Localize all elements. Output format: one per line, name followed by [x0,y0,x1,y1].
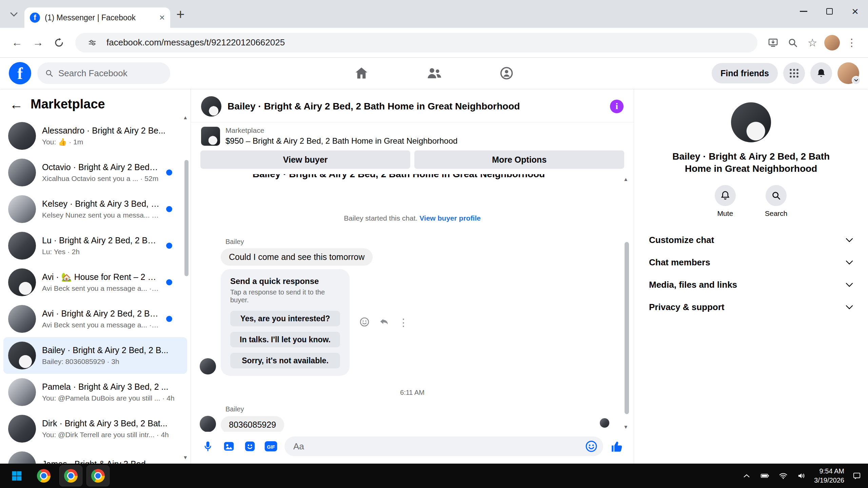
volume-icon[interactable] [796,470,807,482]
sidebar-scroll-up-icon[interactable]: ▲ [183,115,188,120]
tab-search-button[interactable] [6,7,22,22]
window-minimize-button[interactable] [791,0,816,22]
window-close-button[interactable]: × [842,0,868,22]
groups-icon[interactable] [496,62,517,84]
chat-list-item[interactable]: Lu · Bright & Airy 2 Bed, 2 Bat... Lu: Y… [3,227,187,264]
chat-scroll-up-icon[interactable]: ▲ [623,176,628,182]
sender-avatar[interactable] [200,358,216,374]
chat-list: Alessandro · Bright & Airy 2 Be... You: … [0,116,191,464]
chat-list-item-selected[interactable]: Bailey · Bright & Airy 2 Bed, 2 B... Bai… [3,337,187,374]
new-tab-button[interactable]: + [176,7,185,22]
section-customize-chat[interactable]: Customize chat [644,229,859,251]
thumbs-up-icon[interactable] [609,439,624,454]
chat-list-item[interactable]: Pamela · Bright & Airy 3 Bed, 2 ... You:… [3,374,187,410]
facebook-search-input[interactable]: Search Facebook [37,62,170,84]
chat-avatar [8,232,36,260]
messages-viewport: Bailey · Bright & Airy 2 Bed, 2 Bath Hom… [191,174,634,432]
chat-item-title: Alessandro · Bright & Airy 2 Be... [42,126,182,136]
tray-expand-icon[interactable] [741,470,752,482]
listing-title: $950 – Bright & Airy 2 Bed, 2 Bath Home … [225,136,457,146]
chrome-taskbar-icon-active[interactable] [87,466,109,486]
chat-list-item[interactable]: Alessandro · Bright & Airy 2 Be... You: … [3,118,187,154]
sidebar-scroll-down-icon[interactable]: ▼ [183,454,188,460]
search-chat-icon[interactable] [766,185,787,206]
taskbar-clock[interactable]: 9:54 AM 3/19/2026 [814,467,844,485]
quick-response-panel: Send a quick response Tap a response to … [221,269,350,376]
facebook-header-actions: Find friends [712,62,859,84]
quick-response-option[interactable]: Sorry, it's not available. [230,353,340,368]
search-action[interactable]: Search [765,185,788,218]
chat-list-item[interactable]: Avi · Bright & Airy 2 Bed, 2 Ba... Avi B… [3,301,187,337]
emoji-picker-icon[interactable] [584,439,598,453]
window-maximize-button[interactable] [816,0,842,22]
mute-bell-icon[interactable] [715,185,736,206]
more-actions-icon[interactable]: ⋮ [398,318,409,328]
quick-response-option[interactable]: Yes, are you interested? [230,311,340,326]
chat-list-item[interactable]: James · Bright & Airy 3 Bed, ... [3,447,187,464]
sender-name: Bailey [225,405,634,413]
chat-avatar [8,342,36,369]
chat-list-item[interactable]: Kelsey · Bright & Airy 3 Bed, 2... Kelse… [3,191,187,227]
install-app-icon[interactable] [764,34,782,52]
conversation-avatar[interactable] [731,102,771,142]
facebook-logo[interactable]: f [9,62,31,84]
reload-button[interactable] [50,33,68,52]
conversation-info-icon[interactable]: i [610,100,624,113]
chrome-taskbar-icon[interactable] [33,466,55,486]
browser-tab[interactable]: f (1) Messenger | Facebook × [24,7,170,28]
chat-list-item[interactable]: Octavio · Bright & Airy 2 Bed, ... Xical… [3,154,187,191]
window-controls: × [791,0,868,22]
search-zoom-icon[interactable] [784,34,802,52]
bookmark-star-icon[interactable]: ☆ [804,34,821,52]
sticker-icon[interactable] [242,439,257,454]
marketplace-listing-card[interactable]: Marketplace $950 – Bright & Airy 2 Bed, … [191,122,634,150]
section-privacy-support[interactable]: Privacy & support [644,296,859,319]
site-settings-icon[interactable] [83,34,101,52]
chrome-taskbar-icon-active[interactable] [60,466,82,486]
home-icon[interactable] [351,62,372,84]
mute-action[interactable]: Mute [715,185,736,218]
view-buyer-profile-link[interactable]: View buyer profile [419,214,481,222]
network-wifi-icon[interactable] [777,470,789,482]
gif-icon[interactable]: GIF [263,439,278,454]
apps-menu-icon[interactable] [783,62,805,84]
chat-list-item[interactable]: Dirk · Bright & Airy 3 Bed, 2 Bat... You… [3,410,187,447]
notifications-bell-icon[interactable] [810,62,832,84]
forward-button[interactable]: → [28,33,47,52]
unread-dot [166,243,172,249]
reply-icon[interactable] [379,317,390,329]
section-media-files-links[interactable]: Media, files and links [644,274,859,296]
chat-list-item[interactable]: Avi · 🏡 House for Rent – 2 Be... Avi Bec… [3,264,187,301]
friends-icon[interactable] [423,62,445,84]
back-button[interactable]: ← [7,33,26,52]
react-emoji-icon[interactable] [359,317,370,329]
more-options-button[interactable]: More Options [414,150,624,169]
chat-header-avatar[interactable] [201,96,221,117]
browser-profile-avatar[interactable] [823,34,841,52]
find-friends-button[interactable]: Find friends [712,63,778,83]
voice-clip-icon[interactable] [200,439,215,454]
chat-header: Bailey · Bright & Airy 2 Bed, 2 Bath Hom… [191,89,634,122]
sidebar-scrollbar[interactable] [184,160,189,276]
chat-item-subtitle: Xicalhua Octavio sent you a ... · 52m [42,175,160,183]
quick-response-option[interactable]: In talks. I'll let you know. [230,332,340,347]
browser-menu-icon[interactable]: ⋮ [843,34,861,52]
chat-scroll-down-icon[interactable]: ▼ [623,424,628,430]
profile-avatar[interactable] [837,62,859,84]
section-chat-members[interactable]: Chat members [644,251,859,274]
message-bubble[interactable]: 8036085929 [221,416,284,432]
notification-center-icon[interactable] [851,470,863,482]
attach-image-icon[interactable] [221,439,236,454]
back-arrow-icon[interactable]: ← [9,98,23,111]
chat-item-title: Avi · Bright & Airy 2 Bed, 2 Ba... [42,309,160,319]
start-button[interactable] [5,466,28,486]
sender-avatar[interactable] [200,416,216,432]
view-buyer-button[interactable]: View buyer [200,150,410,169]
chat-header-title[interactable]: Bailey · Bright & Airy 2 Bed, 2 Bath Hom… [228,101,604,112]
message-bubble[interactable]: Could I come and see this tomorrow [221,248,373,266]
address-bar[interactable]: facebook.com/messages/t/921220120662025 [75,33,757,53]
tab-close-icon[interactable]: × [159,13,165,22]
message-input[interactable] [284,436,603,456]
battery-icon[interactable] [759,470,771,482]
chat-scrollbar[interactable] [625,242,629,414]
